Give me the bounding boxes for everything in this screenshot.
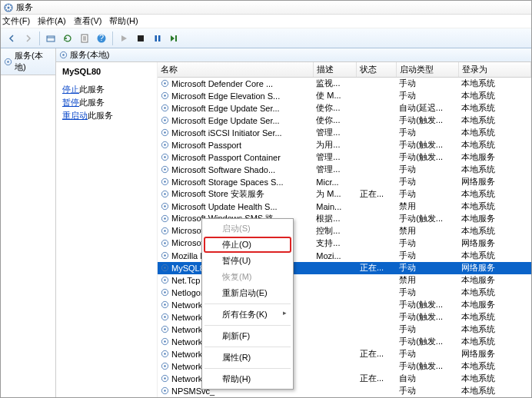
- table-row[interactable]: Microsoft Passport Container管理...手动(触发..…: [158, 151, 531, 164]
- table-row[interactable]: Microsoft Edge Elevation S...使 M...手动本地系…: [158, 90, 531, 102]
- menu-file[interactable]: 文件(F): [2, 15, 30, 27]
- pause-link[interactable]: 暂停: [62, 98, 79, 107]
- service-logon: 本地系统: [458, 201, 530, 213]
- service-startup: 禁用: [396, 201, 458, 213]
- table-row[interactable]: Microsoft Passport为用...手动(触发...本地系统: [158, 139, 531, 151]
- service-startup: 禁用: [396, 274, 458, 287]
- svg-point-65: [164, 390, 165, 391]
- service-status: [357, 139, 396, 151]
- table-row[interactable]: Microsoft Update Health S...Main...禁用本地系…: [158, 201, 531, 213]
- menu-item: 恢复(M): [204, 269, 291, 285]
- start-service-button[interactable]: [116, 31, 131, 46]
- menu-help[interactable]: 帮助(H): [109, 15, 138, 27]
- svg-point-25: [164, 144, 165, 145]
- col-status[interactable]: 状态: [357, 62, 396, 78]
- service-startup: 手动(触发...: [396, 299, 458, 311]
- stop-link[interactable]: 停止: [62, 85, 79, 94]
- pause-service-button[interactable]: [150, 31, 165, 46]
- menu-item[interactable]: 停止(O): [204, 237, 291, 253]
- service-desc: 为用...: [313, 139, 357, 151]
- col-startup[interactable]: 启动类型: [396, 62, 458, 78]
- gear-icon: [161, 337, 169, 346]
- refresh-button[interactable]: [60, 31, 75, 46]
- table-row[interactable]: Microsoft Edge Update Ser...使你...手动(触发..…: [158, 114, 531, 127]
- table-row[interactable]: Offline File手动(触发...本地系统: [158, 397, 531, 398]
- svg-point-33: [164, 193, 165, 194]
- service-status: [357, 311, 396, 323]
- menu-item[interactable]: 刷新(F): [204, 328, 291, 344]
- selected-service-name: MySQL80: [62, 67, 151, 76]
- gear-icon: [161, 239, 169, 247]
- col-desc[interactable]: 描述: [313, 62, 357, 78]
- svg-point-31: [164, 181, 165, 182]
- service-logon: 本地系统: [458, 225, 530, 237]
- menu-item[interactable]: 暂停(U): [204, 253, 291, 269]
- table-row[interactable]: Microsoft Storage Spaces S...Micr...手动网络…: [158, 176, 531, 188]
- svg-point-37: [164, 217, 165, 219]
- gear-icon: [161, 350, 169, 358]
- service-logon: 本地系统: [458, 164, 530, 176]
- menu-item[interactable]: 属性(R): [204, 350, 291, 366]
- service-startup: 手动(触发...: [396, 151, 458, 164]
- svg-point-1: [8, 6, 10, 8]
- menu-action[interactable]: 操作(A): [38, 15, 66, 27]
- restart-service-button[interactable]: [167, 31, 182, 46]
- table-row[interactable]: Microsoft Defender Core ...监视...手动本地系统: [158, 78, 531, 90]
- service-desc: [313, 373, 357, 385]
- export-button[interactable]: [43, 31, 58, 46]
- gear-icon: [161, 313, 169, 321]
- service-desc: 管理...: [313, 164, 357, 176]
- table-row[interactable]: Microsoft Edge Update Ser...使你...自动(延迟..…: [158, 102, 531, 114]
- svg-rect-6: [138, 35, 144, 41]
- tree-header[interactable]: 服务(本地): [1, 48, 55, 75]
- gear-icon: [161, 386, 169, 395]
- service-startup: 手动: [396, 188, 458, 201]
- help-button[interactable]: ?: [94, 31, 109, 46]
- menu-view[interactable]: 查看(V): [74, 15, 102, 27]
- forward-button[interactable]: [21, 31, 36, 46]
- service-startup: 手动: [396, 90, 458, 102]
- service-desc: 监视...: [313, 78, 357, 90]
- menu-item[interactable]: 帮助(H): [204, 371, 291, 387]
- service-startup: 手动(触发...: [396, 213, 458, 225]
- service-startup: 手动: [396, 385, 458, 397]
- col-name[interactable]: 名称: [158, 62, 313, 78]
- service-logon: 网络服务: [458, 176, 530, 188]
- service-name: Microsoft Edge Elevation S...: [171, 91, 280, 101]
- table-row[interactable]: Microsoft Software Shado...管理...手动本地系统: [158, 164, 531, 176]
- service-logon: 网络服务: [458, 237, 530, 250]
- restart-link[interactable]: 重启动: [62, 111, 88, 120]
- gear-icon: [161, 165, 169, 174]
- svg-point-39: [164, 230, 165, 231]
- gear-icon: [161, 227, 169, 235]
- back-button[interactable]: [4, 31, 19, 46]
- service-desc: 管理...: [313, 151, 357, 164]
- service-list[interactable]: 名称 描述 状态 启动类型 登录为 Microsoft Defender Cor…: [158, 62, 531, 397]
- properties-button[interactable]: [77, 31, 92, 46]
- table-row[interactable]: Microsoft iSCSI Initiator Ser...管理...手动本…: [158, 127, 531, 139]
- svg-point-35: [164, 205, 165, 207]
- service-status: [357, 385, 396, 397]
- service-desc: 管理...: [313, 127, 357, 139]
- svg-point-47: [164, 279, 165, 280]
- service-desc: 使 M...: [313, 90, 357, 102]
- toolbar-separator: [39, 32, 40, 45]
- stop-service-button[interactable]: [133, 31, 148, 46]
- service-startup: 手动: [396, 250, 458, 262]
- service-status: [357, 164, 396, 176]
- service-status: [357, 299, 396, 311]
- table-row[interactable]: Microsoft Store 安装服务为 M...正在...手动本地系统: [158, 188, 531, 201]
- service-status: [357, 78, 396, 90]
- svg-rect-7: [155, 35, 158, 41]
- service-desc: Mozi...: [313, 250, 357, 262]
- gear-icon: [4, 58, 12, 66]
- menu-item[interactable]: 所有任务(K): [204, 307, 291, 323]
- service-name: Microsoft Passport Container: [171, 153, 281, 162]
- menubar: 文件(F) 操作(A) 查看(V) 帮助(H): [1, 15, 531, 28]
- window-title: 服务: [16, 2, 33, 13]
- col-logon[interactable]: 登录为: [458, 62, 530, 78]
- gear-icon: [161, 374, 169, 383]
- context-menu: 启动(S)停止(O)暂停(U)恢复(M)重新启动(E)所有任务(K)刷新(F)属…: [201, 218, 294, 390]
- menu-item[interactable]: 重新启动(E): [204, 285, 291, 301]
- service-desc: [313, 311, 357, 323]
